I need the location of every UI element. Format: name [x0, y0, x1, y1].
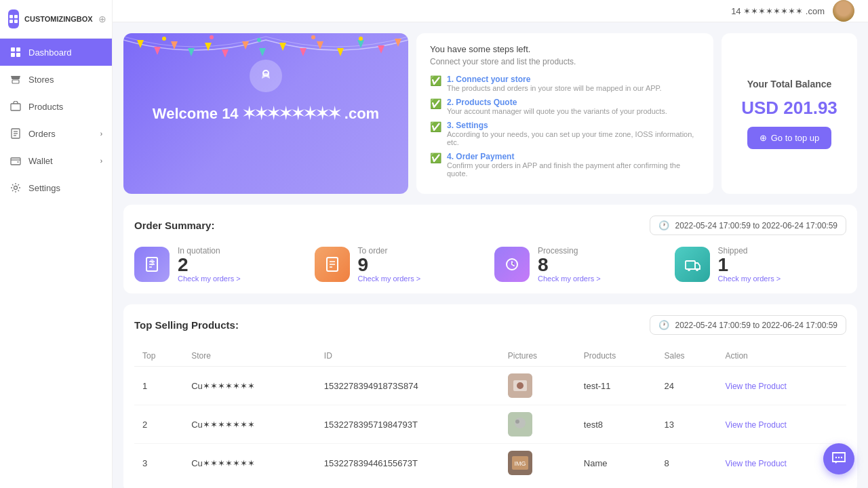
svg-rect-0 — [9, 15, 13, 18]
header: 14 ✶✶✶✶✶✶✶✶ .com — [113, 0, 868, 22]
svg-point-62 — [841, 457, 842, 458]
stat-to-order: To order 9 Check my orders > — [315, 246, 487, 283]
processing-link[interactable]: Check my orders > — [538, 274, 601, 283]
welcome-section: Welcome 14 ✶✶✶✶✶✶✶✶ .com You have some s… — [123, 33, 857, 194]
step-3-title[interactable]: 3. Settings — [447, 121, 700, 130]
wallet-label: Wallet — [28, 156, 53, 166]
orders-icon — [9, 127, 22, 140]
stores-icon — [9, 73, 22, 85]
sidebar-item-stores[interactable]: Stores — [0, 66, 112, 93]
view-product-link-3[interactable]: View the Product — [725, 459, 787, 468]
sidebar: CUSTOMIZINGBOX ⊕ Dashboard Stores Produc… — [0, 0, 113, 488]
svg-point-35 — [311, 35, 315, 39]
step-4-check-icon: ✅ — [430, 152, 441, 163]
cell-sales-1: 24 — [656, 367, 717, 405]
cell-product-2: test8 — [576, 405, 656, 444]
cell-action-1[interactable]: View the Product — [717, 367, 846, 405]
welcome-text: Welcome 14 ✶✶✶✶✶✶✶✶ .com — [153, 105, 379, 123]
product-thumbnail-1 — [508, 373, 532, 398]
user-email: 14 ✶✶✶✶✶✶✶✶ .com — [731, 6, 825, 16]
steps-sub: Connect your store and list the products… — [430, 57, 700, 66]
step-3-check-icon: ✅ — [430, 121, 441, 132]
logo-icon — [8, 9, 19, 28]
welcome-steps: You have some steps left. Connect your s… — [416, 33, 713, 194]
order-summary-date-range[interactable]: 🕐 2022-05-24 17:00:59 to 2022-06-24 17:0… — [650, 216, 846, 235]
stat-processing: Processing 8 Check my orders > — [494, 246, 667, 283]
cell-store-2: Cu✶✶✶✶✶✶✶ — [183, 405, 316, 444]
step-1-title[interactable]: 1. Connect your store — [447, 75, 662, 84]
view-product-link-1[interactable]: View the Product — [725, 382, 787, 391]
svg-rect-8 — [12, 80, 19, 83]
order-stats: $ In quotation 2 Check my orders > To or… — [134, 246, 846, 283]
svg-marker-24 — [259, 48, 266, 56]
sidebar-item-wallet[interactable]: Wallet › — [0, 147, 112, 174]
svg-point-60 — [835, 457, 837, 458]
svg-marker-17 — [137, 40, 144, 48]
top-products-header: Top Selling Products: 🕐 2022-05-24 17:00… — [134, 315, 846, 335]
cell-store-1: Cu✶✶✶✶✶✶✶ — [183, 367, 316, 405]
col-sales: Sales — [656, 346, 717, 367]
settings-icon — [9, 182, 22, 194]
svg-rect-14 — [11, 158, 20, 165]
top-products-section: Top Selling Products: 🕐 2022-05-24 17:00… — [123, 304, 857, 488]
topup-button[interactable]: ⊕ Go to top up — [747, 127, 832, 149]
table-row: 2 Cu✶✶✶✶✶✶✶ 153227839571984793T test8 13… — [134, 405, 846, 444]
location-icon[interactable]: ⊕ — [98, 14, 106, 24]
svg-rect-6 — [11, 53, 15, 57]
quotation-link[interactable]: Check my orders > — [178, 274, 241, 283]
dashboard-label: Dashboard — [28, 47, 72, 58]
svg-rect-2 — [9, 20, 13, 23]
chat-button[interactable] — [823, 443, 854, 474]
balance-title: Your Total Balance — [747, 79, 832, 89]
svg-marker-18 — [154, 47, 161, 55]
col-products: Products — [576, 346, 656, 367]
orders-chevron-icon: › — [100, 130, 102, 138]
cell-sales-2: 13 — [656, 405, 717, 444]
cell-product-3: Name — [576, 444, 656, 483]
cell-picture-3: IMG — [500, 444, 576, 483]
step-2-title[interactable]: 2. Products Quote — [447, 98, 667, 107]
table-row: 1 Cu✶✶✶✶✶✶✶ 153227839491873S874 test-11 … — [134, 367, 846, 405]
sidebar-item-dashboard[interactable]: Dashboard — [0, 39, 112, 66]
balance-amount: USD 201.93 — [741, 98, 837, 119]
avatar[interactable] — [833, 0, 854, 22]
top-products-title: Top Selling Products: — [134, 319, 239, 331]
sidebar-item-settings[interactable]: Settings — [0, 174, 112, 201]
sidebar-item-products[interactable]: Products — [0, 93, 112, 120]
step-4-title[interactable]: 4. Order Payment — [447, 152, 700, 161]
stat-in-quotation: $ In quotation 2 Check my orders > — [134, 246, 307, 283]
content: Welcome 14 ✶✶✶✶✶✶✶✶ .com You have some s… — [113, 22, 868, 488]
calendar-icon-2: 🕐 — [658, 320, 669, 330]
svg-text:IMG: IMG — [514, 460, 526, 467]
step-3-desc: According to your needs, you can set up … — [447, 130, 700, 146]
svg-marker-25 — [279, 43, 286, 51]
shipped-link[interactable]: Check my orders > — [718, 274, 781, 283]
svg-marker-20 — [188, 48, 195, 56]
svg-rect-4 — [11, 47, 15, 52]
col-id: ID — [316, 346, 500, 367]
wallet-icon — [9, 155, 22, 167]
svg-point-34 — [257, 38, 261, 42]
cell-id-2: 153227839571984793T — [316, 405, 500, 444]
cell-top-2: 2 — [134, 405, 183, 444]
top-products-date-range[interactable]: 🕐 2022-05-24 17:00:59 to 2022-06-24 17:0… — [650, 315, 846, 335]
steps-title: You have some steps left. — [430, 44, 700, 54]
svg-point-61 — [838, 457, 840, 458]
svg-rect-9 — [11, 104, 20, 110]
view-product-link-2[interactable]: View the Product — [725, 420, 787, 430]
step-4: ✅ 4. Order Payment Confirm your orders i… — [430, 152, 700, 178]
to-order-link[interactable]: Check my orders > — [358, 274, 421, 283]
quotation-icon: $ — [134, 247, 170, 282]
svg-point-50 — [696, 268, 698, 271]
cell-action-2[interactable]: View the Product — [717, 405, 846, 444]
svg-point-15 — [18, 161, 19, 163]
product-thumbnail-2 — [508, 412, 532, 436]
svg-text:$: $ — [150, 259, 154, 266]
sidebar-item-orders[interactable]: Orders › — [0, 120, 112, 147]
sidebar-logo: CUSTOMIZINGBOX ⊕ — [0, 0, 112, 39]
col-top: Top — [134, 346, 183, 367]
svg-point-33 — [210, 35, 214, 39]
svg-point-16 — [14, 186, 18, 190]
step-1-desc: The products and orders in your store wi… — [447, 84, 662, 92]
balance-card: Your Total Balance USD 201.93 ⊕ Go to to… — [722, 33, 857, 194]
